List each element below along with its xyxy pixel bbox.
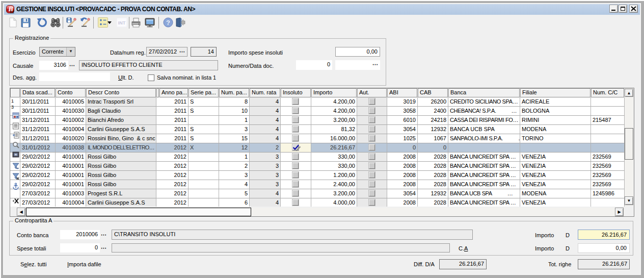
svg-text:?: ?	[166, 19, 170, 27]
svg-text:INT: INT	[118, 20, 126, 26]
